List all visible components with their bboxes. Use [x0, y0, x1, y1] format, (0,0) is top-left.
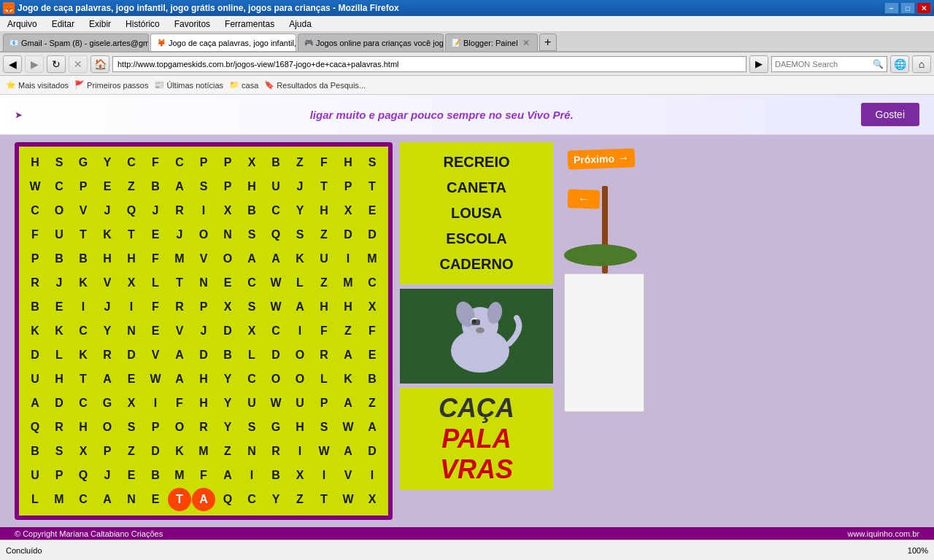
- grid-cell[interactable]: E: [144, 319, 167, 343]
- grid-cell[interactable]: Y: [216, 368, 239, 391]
- grid-cell[interactable]: T: [72, 223, 95, 246]
- tab-jogos-online[interactable]: 🎮 Jogos online para crianças você joga d…: [298, 34, 444, 51]
- grid-cell[interactable]: W: [336, 488, 360, 511]
- bookmark-primeiros-passos[interactable]: 🚩 Primeiros passos: [74, 80, 148, 90]
- tab-close-blogger[interactable]: ✕: [521, 38, 531, 48]
- grid-cell[interactable]: Y: [216, 416, 239, 439]
- grid-cell[interactable]: M: [47, 488, 71, 511]
- grid-cell[interactable]: J: [96, 464, 119, 487]
- grid-cell[interactable]: E: [144, 488, 167, 511]
- grid-cell[interactable]: F: [312, 319, 336, 343]
- new-tab-button[interactable]: +: [539, 34, 557, 51]
- grid-cell[interactable]: K: [336, 368, 360, 391]
- grid-cell[interactable]: I: [120, 295, 143, 319]
- tab-jogo[interactable]: 🦊 Jogo de caça palavras, jogo infantil, …: [150, 34, 296, 51]
- grid-cell[interactable]: Q: [120, 199, 143, 222]
- grid-cell[interactable]: P: [23, 247, 47, 271]
- grid-cell[interactable]: X: [72, 440, 95, 463]
- grid-cell[interactable]: H: [120, 247, 143, 271]
- grid-cell[interactable]: P: [144, 416, 167, 439]
- grid-cell[interactable]: I: [144, 392, 167, 415]
- grid-cell[interactable]: E: [120, 368, 143, 391]
- grid-cell[interactable]: Q: [72, 464, 95, 487]
- grid-cell[interactable]: A: [168, 343, 191, 367]
- grid-cell[interactable]: O: [264, 368, 287, 391]
- grid-cell[interactable]: A: [96, 488, 119, 511]
- grid-cell[interactable]: N: [216, 223, 239, 246]
- grid-cell[interactable]: L: [240, 343, 263, 367]
- grid-cell[interactable]: C: [120, 151, 143, 174]
- grid-cell[interactable]: U: [312, 247, 336, 271]
- grid-cell[interactable]: L: [312, 368, 336, 391]
- menu-exibir[interactable]: Exibir: [85, 18, 115, 31]
- grid-cell[interactable]: U: [288, 392, 312, 415]
- grid-cell[interactable]: H: [47, 368, 71, 391]
- grid-cell[interactable]: Q: [264, 223, 287, 246]
- grid-cell[interactable]: W: [264, 271, 287, 295]
- grid-cell[interactable]: R: [264, 440, 287, 463]
- grid-cell[interactable]: J: [96, 295, 119, 319]
- grid-cell[interactable]: H: [336, 151, 360, 174]
- address-input[interactable]: [112, 56, 746, 72]
- grid-cell[interactable]: U: [23, 368, 47, 391]
- grid-cell[interactable]: S: [312, 416, 336, 439]
- grid-cell[interactable]: J: [144, 199, 167, 222]
- grid-cell[interactable]: Q: [23, 416, 47, 439]
- grid-cell[interactable]: E: [144, 223, 167, 246]
- grid-cell[interactable]: H: [312, 295, 336, 319]
- grid-cell[interactable]: E: [360, 199, 384, 222]
- grid-cell[interactable]: R: [96, 343, 119, 367]
- grid-cell[interactable]: H: [312, 199, 336, 222]
- grid-cell[interactable]: X: [216, 295, 239, 319]
- grid-cell[interactable]: C: [72, 392, 95, 415]
- grid-cell[interactable]: R: [47, 416, 71, 439]
- grid-cell[interactable]: A: [360, 416, 384, 439]
- grid-cell[interactable]: C: [240, 488, 263, 511]
- grid-cell[interactable]: S: [120, 416, 143, 439]
- bookmark-mais-visitados[interactable]: ⭐ Mais visitados: [6, 80, 69, 90]
- grid-cell[interactable]: M: [168, 247, 191, 271]
- grid-cell[interactable]: T: [312, 488, 336, 511]
- grid-cell[interactable]: W: [23, 175, 47, 198]
- grid-cell[interactable]: L: [47, 343, 71, 367]
- grid-cell[interactable]: A: [240, 247, 263, 271]
- grid-cell[interactable]: A: [216, 464, 239, 487]
- close-button[interactable]: ✕: [916, 2, 931, 14]
- back-sign[interactable]: ←: [568, 189, 601, 209]
- grid-cell[interactable]: X: [336, 199, 360, 222]
- maximize-button[interactable]: □: [900, 2, 915, 14]
- grid-cell[interactable]: V: [192, 247, 215, 271]
- grid-cell[interactable]: H: [72, 416, 95, 439]
- grid-cell[interactable]: P: [216, 151, 239, 174]
- grid-cell[interactable]: F: [192, 464, 215, 487]
- menu-historico[interactable]: Histórico: [121, 18, 164, 31]
- grid-cell[interactable]: I: [336, 247, 360, 271]
- grid-cell[interactable]: W: [312, 440, 336, 463]
- grid-cell[interactable]: P: [216, 175, 239, 198]
- grid-cell[interactable]: V: [336, 464, 360, 487]
- grid-cell[interactable]: C: [47, 175, 71, 198]
- grid-cell[interactable]: P: [336, 175, 360, 198]
- grid-cell[interactable]: G: [264, 416, 287, 439]
- grid-cell[interactable]: Y: [216, 392, 239, 415]
- grid-cell[interactable]: V: [96, 271, 119, 295]
- grid-cell[interactable]: B: [240, 199, 263, 222]
- grid-cell[interactable]: F: [312, 151, 336, 174]
- grid-cell[interactable]: X: [360, 488, 384, 511]
- grid-cell[interactable]: A: [192, 488, 215, 511]
- grid-cell[interactable]: U: [240, 392, 263, 415]
- grid-cell[interactable]: X: [216, 199, 239, 222]
- grid-cell[interactable]: B: [360, 368, 384, 391]
- gostei-button[interactable]: Gostei: [861, 103, 919, 126]
- grid-cell[interactable]: S: [240, 223, 263, 246]
- grid-cell[interactable]: C: [72, 488, 95, 511]
- grid-cell[interactable]: C: [360, 271, 384, 295]
- grid-cell[interactable]: B: [144, 464, 167, 487]
- grid-cell[interactable]: I: [360, 464, 384, 487]
- grid-cell[interactable]: O: [96, 416, 119, 439]
- grid-cell[interactable]: G: [96, 392, 119, 415]
- menu-favoritos[interactable]: Favoritos: [170, 18, 215, 31]
- grid-cell[interactable]: Z: [288, 488, 312, 511]
- grid-cell[interactable]: K: [96, 223, 119, 246]
- grid-cell[interactable]: B: [23, 440, 47, 463]
